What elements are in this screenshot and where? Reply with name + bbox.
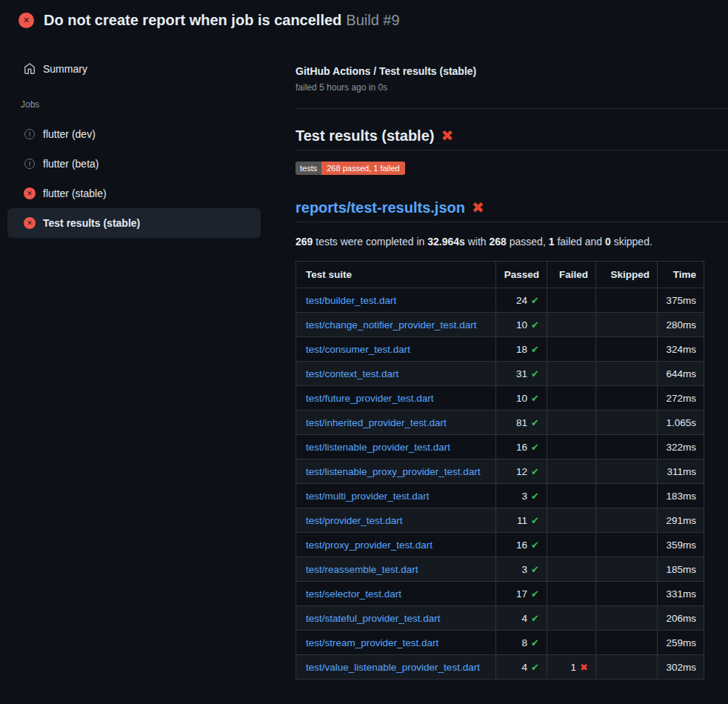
time-cell: 1.065s (658, 411, 704, 435)
failed-cell (547, 557, 596, 582)
passed-count: 12 (516, 466, 527, 477)
col-header-skipped: Skipped (596, 262, 658, 288)
failed-count: 1 (571, 662, 577, 673)
test-suite-link[interactable]: test/listenable_proxy_provider_test.dart (306, 466, 481, 477)
passed-cell: 3✔ (496, 484, 547, 508)
passed-count: 16 (516, 539, 527, 551)
failed-cell (547, 362, 596, 386)
failed-cell (547, 508, 596, 533)
sidebar-item-flutter-stable-[interactable]: ✕ flutter (stable) (7, 179, 261, 208)
table-row: test/stream_provider_test.dart 8✔ 259ms (296, 631, 704, 655)
test-suite-link[interactable]: test/proxy_provider_test.dart (306, 539, 433, 551)
failed-cell (547, 337, 596, 362)
check-icon: ✔ (531, 393, 539, 404)
check-icon: ✔ (531, 417, 539, 428)
tests-status-badge: tests 268 passed, 1 failed (295, 162, 405, 175)
test-results-table: Test suite Passed Failed Skipped Time te… (295, 261, 704, 680)
time-cell: 280ms (658, 313, 704, 337)
sidebar-summary-label: Summary (43, 63, 87, 75)
col-header-failed: Failed (547, 262, 596, 288)
check-icon: ✔ (531, 368, 539, 379)
table-row: test/listenable_provider_test.dart 16✔ 3… (296, 435, 704, 459)
passed-cell: 16✔ (496, 435, 547, 459)
time-cell: 183ms (658, 484, 704, 508)
check-icon: ✔ (531, 564, 539, 575)
test-suite-link[interactable]: test/multi_provider_test.dart (306, 491, 430, 502)
failed-circle-x-icon: ✕ (24, 187, 36, 199)
build-header: ✕ Do not create report when job is cance… (0, 0, 728, 41)
failed-cell (547, 459, 596, 484)
sidebar: Summary Jobs ! flutter (dev) ! flutter (… (0, 44, 289, 704)
passed-cell: 31✔ (496, 362, 547, 386)
build-title-text: Do not create report when job is cancell… (44, 12, 341, 28)
passed-count: 24 (516, 295, 527, 306)
sidebar-item-flutter-dev-[interactable]: ! flutter (dev) (7, 119, 261, 149)
skipped-cell (596, 533, 658, 557)
passed-cell: 4✔ (496, 606, 547, 631)
test-suite-link[interactable]: test/selector_test.dart (306, 588, 401, 600)
table-body: test/builder_test.dart 24✔ 375ms test/ch… (296, 288, 704, 680)
table-row: test/inherited_provider_test.dart 81✔ 1.… (296, 411, 704, 435)
passed-count: 4 (522, 662, 528, 673)
passed-count: 3 (522, 564, 528, 575)
skipped-cell (596, 411, 658, 435)
failed-cell (547, 411, 596, 435)
failed-cell (547, 435, 596, 459)
report-file-link[interactable]: reports/test-results.json (295, 199, 465, 216)
page-title: Do not create report when job is cancell… (44, 12, 400, 29)
skipped-cell (596, 631, 658, 655)
skipped-cell (596, 435, 658, 459)
passed-cell: 11✔ (496, 508, 547, 533)
check-icon: ✔ (531, 613, 539, 624)
failed-cell (547, 606, 596, 631)
test-suite-link[interactable]: test/listenable_provider_test.dart (306, 442, 450, 453)
table-row: test/reassemble_test.dart 3✔ 185ms (296, 557, 704, 582)
failed-cell (547, 288, 596, 313)
table-row: test/proxy_provider_test.dart 16✔ 359ms (296, 533, 704, 557)
failed-cell (547, 631, 596, 655)
passed-cell: 24✔ (496, 288, 547, 313)
passed-count: 18 (516, 344, 527, 355)
test-suite-link[interactable]: test/provider_test.dart (306, 515, 403, 526)
test-suite-link[interactable]: test/value_listenable_provider_test.dart (306, 662, 480, 673)
sidebar-item-flutter-beta-[interactable]: ! flutter (beta) (7, 149, 261, 179)
skipped-cell (596, 508, 658, 533)
passed-cell: 18✔ (496, 337, 547, 362)
test-suite-link[interactable]: test/inherited_provider_test.dart (306, 417, 447, 428)
breadcrumb: GitHub Actions / Test results (stable) (295, 65, 476, 77)
time-cell: 206ms (658, 606, 704, 631)
table-row: test/listenable_proxy_provider_test.dart… (296, 459, 704, 484)
test-suite-link[interactable]: test/builder_test.dart (306, 295, 396, 306)
test-suite-link[interactable]: test/stream_provider_test.dart (306, 637, 438, 648)
sidebar-item-summary[interactable]: Summary (7, 54, 261, 84)
test-suite-link[interactable]: test/consumer_test.dart (306, 344, 410, 355)
skipped-cell (596, 655, 658, 680)
test-suite-link[interactable]: test/context_test.dart (306, 368, 398, 379)
time-cell: 375ms (658, 288, 704, 313)
col-header-test-suite: Test suite (296, 262, 496, 288)
check-icon: ✔ (531, 466, 539, 477)
test-suite-link[interactable]: test/future_provider_test.dart (306, 393, 434, 404)
section-heading: Test results (stable) ✖ (295, 127, 728, 150)
passed-count: 16 (516, 442, 527, 453)
skipped-cell (596, 386, 658, 411)
test-suite-link[interactable]: test/change_notifier_provider_test.dart (306, 319, 476, 331)
time-cell: 185ms (658, 557, 704, 582)
time-cell: 324ms (658, 337, 704, 362)
sidebar-item-test-results-stable-[interactable]: ✕ Test results (stable) (7, 208, 261, 238)
check-icon: ✔ (531, 539, 539, 551)
time-cell: 272ms (658, 386, 704, 411)
time-cell: 359ms (658, 533, 704, 557)
check-icon: ✔ (531, 662, 539, 673)
table-row: test/selector_test.dart 17✔ 331ms (296, 582, 704, 606)
time-cell: 311ms (658, 459, 704, 484)
skipped-cell (596, 557, 658, 582)
check-icon: ✔ (531, 319, 539, 331)
passed-count: 31 (516, 368, 527, 379)
passed-cell: 10✔ (496, 386, 547, 411)
failed-cell (547, 533, 596, 557)
test-suite-link[interactable]: test/stateful_provider_test.dart (306, 613, 441, 624)
passed-cell: 16✔ (496, 533, 547, 557)
passed-count: 10 (516, 319, 527, 331)
test-suite-link[interactable]: test/reassemble_test.dart (306, 564, 418, 575)
